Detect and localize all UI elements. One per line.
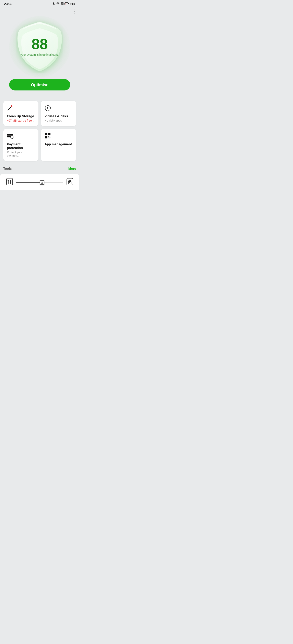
- cards-grid: Clean Up Storage 407 MB can be free... !…: [3, 100, 76, 161]
- svg-point-0: [58, 5, 58, 5]
- svg-line-6: [8, 107, 11, 110]
- card-payment-protection-title: Payment protection: [7, 142, 35, 150]
- tools-header: Tools More: [3, 167, 76, 170]
- svg-rect-4: [65, 3, 65, 5]
- optimise-button[interactable]: Optimise: [9, 79, 70, 90]
- status-time: 23:32: [4, 2, 13, 6]
- bluetooth-icon: [52, 2, 55, 6]
- svg-point-5: [11, 105, 13, 107]
- svg-point-17: [49, 137, 50, 138]
- bottom-tools-bar: [0, 174, 79, 190]
- svg-rect-24: [43, 182, 43, 183]
- card-viruses-risks-title: Viruses & risks: [45, 114, 72, 118]
- card-clean-up-storage[interactable]: Clean Up Storage 407 MB can be free...: [3, 100, 39, 126]
- x-icon: [61, 2, 64, 6]
- svg-rect-14: [48, 133, 51, 136]
- shield-inner: 88 Your system is in optimal condi: [20, 37, 59, 56]
- svg-rect-15: [45, 136, 47, 138]
- tools-more-button[interactable]: More: [68, 167, 76, 170]
- apps-icon: [45, 133, 72, 139]
- lock-screen-icon[interactable]: [66, 178, 73, 187]
- card-clean-up-storage-title: Clean Up Storage: [7, 114, 35, 118]
- cards-section: Clean Up Storage 407 MB can be free... !…: [0, 96, 79, 165]
- payment-icon: [7, 133, 35, 139]
- svg-point-27: [69, 182, 70, 183]
- battery-charging-icon[interactable]: [40, 180, 44, 185]
- card-app-management-title: App management: [45, 142, 72, 146]
- status-icons: 19%: [52, 2, 75, 6]
- svg-rect-12: [7, 135, 13, 136]
- svg-rect-3: [68, 3, 69, 4]
- card-payment-protection-subtitle: Protect your paymen...: [7, 151, 35, 157]
- shield-status-text: Your system is in optimal condi: [20, 53, 59, 56]
- card-payment-protection[interactable]: Payment protection Protect your paymen..…: [3, 129, 39, 161]
- shield-section: 88 Your system is in optimal condi Optim…: [0, 16, 79, 96]
- shield-score: 88: [32, 37, 48, 52]
- battery-slider-container[interactable]: [15, 182, 65, 183]
- tools-section: Tools More: [0, 165, 79, 174]
- card-app-management[interactable]: App management: [41, 129, 76, 161]
- battery-icon: [65, 2, 69, 6]
- shield-alert-icon: !: [45, 105, 72, 111]
- sort-icon[interactable]: [6, 178, 13, 187]
- card-viruses-risks-subtitle: No risky apps: [45, 119, 72, 122]
- wifi-icon: [56, 2, 60, 6]
- svg-rect-22: [7, 178, 13, 185]
- shield-svg: 88 Your system is in optimal condi: [16, 20, 63, 73]
- battery-percentage: 19%: [70, 2, 75, 6]
- broom-icon: [7, 105, 35, 111]
- svg-rect-13: [45, 133, 47, 136]
- battery-slider-fill: [16, 182, 42, 183]
- more-options-button[interactable]: [73, 9, 75, 14]
- menu-dots-container: [0, 7, 79, 16]
- svg-point-7: [8, 109, 9, 110]
- shield-container: 88 Your system is in optimal condi: [13, 18, 66, 75]
- card-viruses-risks[interactable]: ! Viruses & risks No risky apps: [41, 100, 76, 126]
- status-bar: 23:32: [0, 0, 79, 7]
- svg-point-10: [47, 109, 48, 109]
- tools-label: Tools: [3, 167, 12, 170]
- card-clean-up-storage-subtitle: 407 MB can be free...: [7, 119, 35, 122]
- battery-slider[interactable]: [16, 182, 63, 183]
